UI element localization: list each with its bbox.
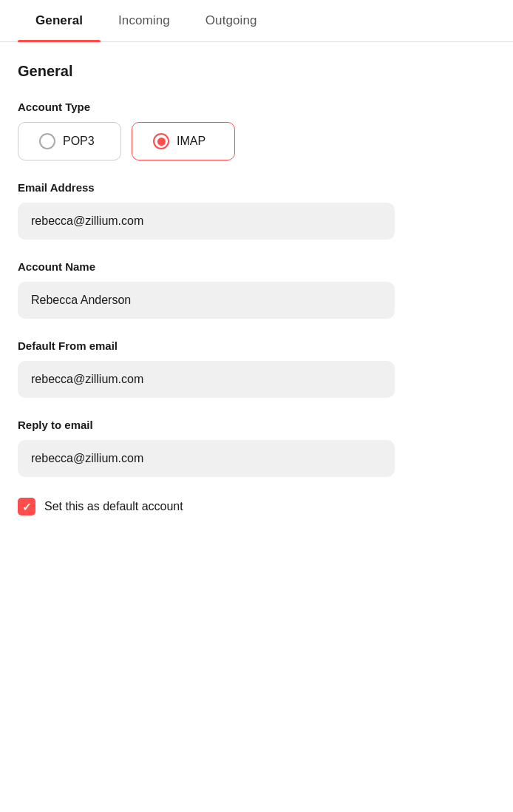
email-address-label: Email Address bbox=[18, 181, 495, 194]
tab-general[interactable]: General bbox=[18, 0, 101, 41]
reply-to-email-group: Reply to email bbox=[18, 419, 495, 477]
account-name-input[interactable] bbox=[18, 282, 395, 319]
default-from-email-label: Default From email bbox=[18, 339, 495, 352]
email-address-input[interactable] bbox=[18, 203, 395, 240]
default-account-checkbox[interactable]: ✓ bbox=[18, 498, 35, 515]
imap-radio-outer bbox=[153, 133, 169, 149]
default-account-label: Set this as default account bbox=[44, 500, 183, 513]
tab-outgoing[interactable]: Outgoing bbox=[188, 0, 275, 41]
default-account-row: ✓ Set this as default account bbox=[18, 498, 495, 515]
account-name-group: Account Name bbox=[18, 260, 495, 319]
pop3-radio-outer bbox=[39, 133, 55, 149]
reply-to-email-input[interactable] bbox=[18, 440, 395, 477]
pop3-label: POP3 bbox=[63, 135, 95, 148]
default-from-email-group: Default From email bbox=[18, 339, 495, 398]
account-type-label: Account Type bbox=[18, 101, 495, 113]
imap-button[interactable]: IMAP bbox=[132, 122, 235, 160]
tab-incoming[interactable]: Incoming bbox=[101, 0, 188, 41]
reply-to-email-label: Reply to email bbox=[18, 419, 495, 431]
tab-bar: General Incoming Outgoing bbox=[0, 0, 513, 42]
checkbox-checkmark: ✓ bbox=[22, 501, 32, 512]
imap-label: IMAP bbox=[177, 135, 205, 148]
imap-radio-inner bbox=[157, 138, 166, 146]
pop3-button[interactable]: POP3 bbox=[18, 122, 121, 160]
default-from-email-input[interactable] bbox=[18, 361, 395, 398]
account-name-label: Account Name bbox=[18, 260, 495, 273]
section-title: General bbox=[18, 63, 495, 80]
account-type-row: POP3 IMAP bbox=[18, 122, 495, 160]
email-address-group: Email Address bbox=[18, 181, 495, 240]
content-area: General Account Type POP3 IMAP Email Add… bbox=[0, 42, 513, 539]
